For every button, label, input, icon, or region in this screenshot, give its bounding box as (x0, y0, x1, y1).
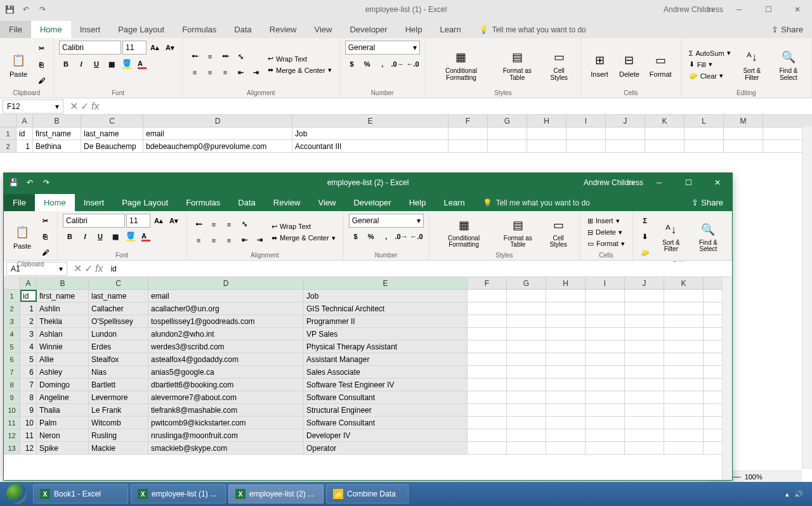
cell[interactable] (527, 140, 566, 152)
tab-file[interactable]: File (4, 194, 35, 211)
percent-icon[interactable]: % (360, 57, 374, 71)
currency-icon[interactable]: $ (345, 57, 359, 71)
cell[interactable]: Job (292, 127, 449, 139)
align-bottom-icon[interactable]: ⬵ (218, 49, 232, 63)
cell[interactable]: Assistant Manager (304, 353, 468, 365)
cell[interactable] (586, 429, 625, 441)
cell[interactable]: last_name (89, 290, 148, 302)
name-box-1[interactable]: F12▾ (3, 100, 63, 114)
cell[interactable] (546, 404, 586, 416)
cell[interactable]: 6 (20, 366, 37, 378)
cell[interactable]: 7 (20, 379, 37, 391)
cell[interactable] (586, 417, 625, 429)
taskbar-item-book1[interactable]: XBook1 - Excel (33, 484, 128, 503)
cell[interactable]: pwitcomb9@kickstarter.com (148, 417, 304, 429)
row-header-5[interactable]: 5 (4, 341, 20, 353)
cell-styles-button[interactable]: ▭Cell Styles (542, 47, 575, 82)
tab-insert[interactable]: Insert (75, 194, 114, 211)
cell[interactable] (449, 140, 488, 152)
format-as-table-button[interactable]: ▤Format as Table (494, 47, 540, 82)
fill-button[interactable]: ⬇Fill ▾ (686, 60, 733, 69)
cell[interactable]: smackieb@skype.com (148, 442, 304, 454)
cell[interactable] (606, 127, 645, 139)
paste-button[interactable]: 📋Paste (5, 50, 32, 79)
copy-icon[interactable]: ⎘ (38, 230, 52, 243)
tab-insert[interactable]: Insert (71, 21, 110, 38)
format-painter-icon[interactable]: 🖌 (38, 245, 52, 259)
cell[interactable] (586, 379, 625, 391)
cell[interactable] (664, 353, 704, 365)
cell[interactable] (586, 353, 625, 365)
cell[interactable] (724, 127, 763, 139)
cell[interactable]: Software Consultant (304, 391, 468, 403)
cell[interactable] (566, 127, 606, 139)
column-header-K[interactable]: K (645, 115, 684, 127)
cell[interactable]: 2 (20, 315, 37, 327)
column-header-F[interactable]: F (449, 115, 488, 127)
tab-review[interactable]: Review (261, 21, 306, 38)
cell[interactable] (664, 379, 704, 391)
cell[interactable]: 12 (20, 442, 37, 454)
tell-me-1[interactable]: 💡Tell me what you want to do (470, 22, 763, 38)
ribbon-options-icon[interactable]: ▭ (695, 0, 724, 19)
decrease-decimal-icon[interactable]: ←.0 (410, 230, 424, 243)
decrease-indent-icon[interactable]: ⇤ (237, 233, 251, 247)
conditional-formatting-button[interactable]: ▦Conditional Formatting (435, 215, 494, 249)
undo-icon[interactable]: ↶ (24, 177, 36, 188)
tab-data[interactable]: Data (225, 21, 260, 38)
cancel-formula-icon[interactable]: ✕ (74, 263, 82, 275)
vertical-scrollbar-2[interactable] (722, 277, 732, 480)
cell[interactable]: O'Spellissey (89, 315, 148, 327)
cell[interactable]: Operator (304, 442, 468, 454)
cell[interactable]: 5 (20, 353, 37, 365)
fill-icon[interactable]: ⬇ (638, 230, 652, 243)
format-as-table-button[interactable]: ▤Format as Table (496, 215, 540, 249)
row-header-1[interactable]: 1 (0, 127, 16, 139)
format-cells-button[interactable]: ▭Format (646, 50, 676, 79)
cell[interactable] (507, 290, 546, 302)
column-header-A[interactable]: A (16, 115, 33, 127)
sort-filter-button[interactable]: ᴬ↓Sort & Filter (736, 47, 768, 82)
cell[interactable]: Ashlan (37, 328, 89, 340)
cell[interactable] (625, 302, 664, 315)
cell[interactable]: Domingo (37, 379, 89, 391)
column-header-D[interactable]: D (148, 277, 304, 289)
cell[interactable]: anias5@google.ca (148, 366, 304, 378)
decrease-font-icon[interactable]: A▾ (167, 214, 181, 228)
cell[interactable] (488, 127, 527, 139)
column-header-D[interactable]: D (143, 115, 292, 127)
cell[interactable]: Lundon (89, 328, 148, 340)
cell[interactable]: Software Test Engineer IV (304, 379, 468, 391)
cell[interactable] (468, 379, 507, 391)
align-right-icon[interactable]: ≡ (218, 65, 232, 79)
cell[interactable] (625, 429, 664, 441)
cell[interactable] (546, 328, 586, 340)
border-button[interactable]: ▦ (105, 57, 119, 71)
cell[interactable] (468, 366, 507, 378)
comma-icon[interactable]: , (376, 57, 390, 71)
column-header-B[interactable]: B (33, 115, 81, 127)
tab-formulas[interactable]: Formulas (177, 194, 229, 211)
cell[interactable] (586, 391, 625, 403)
cell[interactable]: Thekla (37, 315, 89, 327)
decrease-indent-icon[interactable]: ⇤ (233, 65, 247, 79)
cell[interactable] (527, 127, 566, 139)
tab-developer[interactable]: Developer (341, 21, 396, 38)
titlebar-2[interactable]: 💾 ↶ ↷ employee-list (2) - Excel Andrew C… (4, 173, 732, 192)
cell[interactable] (546, 366, 586, 378)
increase-indent-icon[interactable]: ⇥ (252, 233, 266, 247)
cell[interactable] (468, 290, 507, 302)
cell[interactable] (645, 127, 684, 139)
underline-button[interactable]: U (93, 230, 107, 243)
cell[interactable] (606, 140, 645, 152)
tab-formulas[interactable]: Formulas (173, 21, 225, 38)
fill-color-button[interactable]: 🪣 (124, 230, 138, 243)
merge-center-button[interactable]: ⬌Merge & Center ▾ (269, 233, 338, 243)
cell[interactable] (625, 328, 664, 340)
cut-icon[interactable]: ✂ (34, 42, 48, 56)
cell[interactable]: id (16, 127, 33, 139)
cell[interactable] (468, 315, 507, 327)
cell[interactable] (507, 442, 546, 454)
increase-font-icon[interactable]: A▴ (152, 214, 166, 228)
align-bottom-icon[interactable]: ≡ (222, 217, 236, 231)
